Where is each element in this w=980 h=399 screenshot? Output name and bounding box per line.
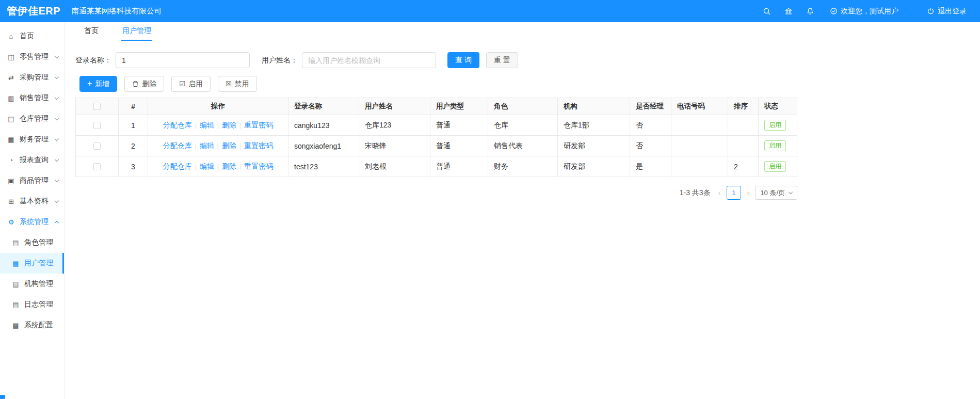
add-button[interactable]: + 新增 <box>79 76 117 92</box>
filter-row: 登录名称： 用户姓名： 查 询 重 置 <box>75 52 970 68</box>
col-header-sort: 排序 <box>728 98 759 115</box>
app-logo[interactable]: 管伊佳ERP <box>7 4 65 18</box>
page-size-value: 10 条/页 <box>760 188 785 198</box>
cell-org: 研发部 <box>558 156 630 177</box>
sidebar-item-reports[interactable]: ◔ 报表查询 <box>0 150 64 170</box>
reset-button[interactable]: 重 置 <box>486 52 518 68</box>
chevron-down-icon <box>55 75 59 79</box>
chevron-up-icon <box>55 220 59 225</box>
disable-button[interactable]: ☒ 禁用 <box>218 76 257 92</box>
row-checkbox[interactable] <box>93 142 101 150</box>
sidebar-item-label: 采购管理 <box>20 73 49 82</box>
content: 登录名称： 用户姓名： 查 询 重 置 + 新增 删除 <box>65 41 980 200</box>
chevron-down-icon <box>55 199 59 203</box>
cell-sort <box>728 136 759 156</box>
edit-link[interactable]: 编辑 <box>200 121 214 130</box>
chevron-down-icon <box>789 190 793 194</box>
login-name-input[interactable] <box>116 52 250 68</box>
sidebar-item-label: 系统管理 <box>20 217 49 227</box>
pagination-total: 1-3 共3条 <box>680 188 711 198</box>
delete-button[interactable]: 删除 <box>124 76 164 92</box>
page-number-1[interactable]: 1 <box>727 186 741 200</box>
sidebar-item-log-management[interactable]: ▤ 日志管理 <box>0 294 64 315</box>
chevron-down-icon <box>55 157 59 162</box>
doc-icon: ▤ <box>12 280 20 288</box>
sidebar-item-retail[interactable]: ◫ 零售管理 <box>0 46 64 67</box>
cell-role: 仓库 <box>488 115 558 135</box>
reset-password-link[interactable]: 重置密码 <box>244 121 273 130</box>
cell-role: 销售代表 <box>488 136 558 156</box>
row-checkbox[interactable] <box>93 163 101 170</box>
delete-link[interactable]: 删除 <box>222 121 236 130</box>
delete-link[interactable]: 删除 <box>222 162 236 171</box>
sidebar-item-finance[interactable]: ▦ 财务管理 <box>0 129 64 150</box>
logout-button[interactable]: 退出登录 <box>927 7 967 16</box>
sidebar-item-label: 角色管理 <box>24 238 53 247</box>
page-size-select[interactable]: 10 条/页 <box>755 186 797 200</box>
bell-icon[interactable] <box>806 7 814 15</box>
cell-user-name: 仓库123 <box>359 115 430 135</box>
check-square-icon: ☑ <box>179 81 185 87</box>
status-badge[interactable]: 启用 <box>764 140 786 152</box>
edit-link[interactable]: 编辑 <box>200 141 214 151</box>
cell-index: 2 <box>119 136 148 156</box>
select-all-checkbox[interactable] <box>93 103 101 110</box>
chevron-down-icon <box>55 116 59 120</box>
chevron-down-icon <box>55 54 59 58</box>
user-name-input[interactable] <box>302 52 436 68</box>
col-header-phone: 电话号码 <box>671 98 728 115</box>
chevron-down-icon <box>55 178 59 182</box>
assign-warehouse-link[interactable]: 分配仓库 <box>163 141 192 151</box>
assign-warehouse-link[interactable]: 分配仓库 <box>163 121 192 130</box>
col-header-actions: 操作 <box>148 98 288 115</box>
table-header-row: # 操作 登录名称 用户姓名 用户类型 角色 机构 是否经理 电话号码 排序 状… <box>76 98 797 115</box>
sidebar-item-goods[interactable]: ▣ 商品管理 <box>0 170 64 191</box>
tab-home[interactable]: 首页 <box>83 22 100 41</box>
finance-icon: ▦ <box>7 136 15 143</box>
chevron-down-icon <box>55 95 59 100</box>
sidebar-item-org-management[interactable]: ▤ 机构管理 <box>0 274 64 294</box>
status-badge[interactable]: 启用 <box>764 120 786 131</box>
warehouse-icon: ▤ <box>7 115 15 123</box>
assign-warehouse-link[interactable]: 分配仓库 <box>163 162 192 171</box>
row-checkbox[interactable] <box>93 122 101 129</box>
sidebar-item-home[interactable]: ⌂ 首页 <box>0 26 64 46</box>
cell-is-manager: 是 <box>630 156 671 177</box>
cell-index: 1 <box>119 115 148 135</box>
sidebar-item-basic-data[interactable]: ⊞ 基本资料 <box>0 191 64 212</box>
sidebar-item-user-management[interactable]: ▤ 用户管理 <box>0 253 64 274</box>
status-badge[interactable]: 启用 <box>764 161 786 172</box>
sidebar-item-warehouse[interactable]: ▤ 仓库管理 <box>0 108 64 129</box>
disable-button-label: 禁用 <box>235 79 249 89</box>
delete-link[interactable]: 删除 <box>222 141 236 151</box>
sidebar-item-role-management[interactable]: ▤ 角色管理 <box>0 232 64 253</box>
reset-password-link[interactable]: 重置密码 <box>244 162 273 171</box>
col-header-login-name: 登录名称 <box>288 98 359 115</box>
welcome-text: 欢迎您，测试用户 <box>841 7 898 16</box>
sidebar-item-sales[interactable]: ▥ 销售管理 <box>0 88 64 108</box>
sidebar-item-label: 财务管理 <box>20 135 49 144</box>
plus-icon: + <box>87 79 92 88</box>
search-button[interactable]: 查 询 <box>447 52 479 68</box>
sidebar-item-label: 商品管理 <box>20 176 49 185</box>
bank-icon[interactable] <box>784 7 793 15</box>
prev-page-icon[interactable]: ‹ <box>717 189 722 197</box>
edit-link[interactable]: 编辑 <box>200 162 214 171</box>
home-icon: ⌂ <box>7 33 15 40</box>
reset-password-link[interactable]: 重置密码 <box>244 141 273 151</box>
login-name-label: 登录名称： <box>75 56 111 65</box>
sidebar-item-label: 报表查询 <box>20 155 49 165</box>
sidebar-item-system-config[interactable]: ▤ 系统配置 <box>0 315 64 336</box>
cell-is-manager: 否 <box>630 115 671 135</box>
user-table: # 操作 登录名称 用户姓名 用户类型 角色 机构 是否经理 电话号码 排序 状… <box>75 98 797 177</box>
sidebar-item-system[interactable]: ⚙ 系统管理 <box>0 212 64 232</box>
user-status-icon <box>830 7 838 15</box>
sidebar-item-purchase[interactable]: ⇄ 采购管理 <box>0 67 64 88</box>
welcome-user[interactable]: 欢迎您，测试用户 <box>830 7 898 16</box>
search-icon[interactable] <box>763 7 771 15</box>
trash-icon <box>132 81 139 87</box>
topbar: 管伊佳ERP 南通某某网络科技有限公司 欢迎您，测试用户 退出登录 <box>0 0 980 22</box>
enable-button[interactable]: ☑ 启用 <box>171 76 211 92</box>
next-page-icon[interactable]: › <box>746 189 750 197</box>
tab-user-management[interactable]: 用户管理 <box>121 22 152 41</box>
